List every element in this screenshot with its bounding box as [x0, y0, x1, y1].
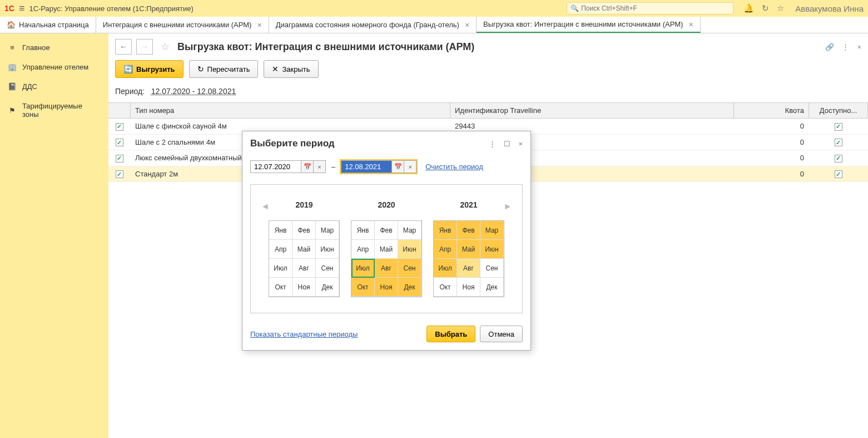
month-cell[interactable]: Апр — [269, 240, 292, 259]
sidebar-item[interactable]: 📓ДДС — [0, 77, 108, 96]
month-cell[interactable]: Сен — [398, 259, 421, 278]
month-cell[interactable]: Апр — [351, 240, 375, 259]
prev-year-icon[interactable]: ◄ — [261, 201, 270, 211]
month-cell[interactable]: Мар — [398, 221, 421, 240]
month-cell[interactable]: Фев — [375, 221, 398, 240]
month-cell[interactable]: Июн — [316, 240, 339, 259]
month-cell[interactable]: Янв — [434, 221, 457, 240]
more-icon[interactable]: ⋮ — [842, 43, 849, 51]
month-cell[interactable]: Июл — [351, 259, 375, 278]
search-icon: 🔍 — [571, 4, 579, 12]
cancel-button[interactable]: Отмена — [480, 326, 523, 342]
month-cell[interactable]: Ноя — [292, 278, 316, 297]
row-avail[interactable]: ✓ — [809, 135, 868, 150]
clear-period-link[interactable]: Очистить период — [425, 163, 483, 171]
tab-close-icon[interactable]: × — [688, 20, 693, 29]
date-from-input[interactable] — [251, 161, 301, 173]
period-value[interactable]: 12.07.2020 - 12.08.2021 — [151, 87, 236, 96]
col-avail[interactable]: Доступно... — [809, 103, 868, 118]
user-name[interactable]: Аввакумова Инна — [795, 4, 864, 13]
check-icon: ✓ — [116, 139, 123, 146]
month-cell[interactable]: Июн — [480, 240, 504, 259]
clear-icon[interactable]: × — [313, 161, 325, 173]
sidebar-item[interactable]: ⚑Тарифицируемые зоны — [0, 96, 108, 124]
tab[interactable]: Выгрузка квот: Интеграция с внешними ист… — [477, 17, 701, 33]
recalc-button[interactable]: ↻ Пересчитать — [189, 60, 259, 78]
date-from-box: 📅 × — [250, 160, 326, 173]
row-avail[interactable]: ✓ — [809, 150, 868, 166]
tab-close-icon[interactable]: × — [257, 21, 261, 29]
popup-close-icon[interactable]: × — [518, 140, 523, 148]
favorite-icon[interactable]: ☆ — [161, 41, 170, 53]
month-cell[interactable]: Дек — [316, 278, 339, 297]
row-avail[interactable]: ✓ — [809, 166, 868, 182]
month-cell[interactable]: Окт — [269, 278, 292, 297]
month-cell[interactable]: Дек — [480, 278, 504, 297]
tab[interactable]: Диаграмма состояния номерного фонда (Гра… — [269, 17, 477, 33]
row-check[interactable]: ✓ — [108, 119, 131, 134]
close-icon[interactable]: × — [857, 43, 861, 51]
export-button[interactable]: 🔄 Выгрузить — [115, 60, 183, 78]
row-quota: 0 — [734, 135, 809, 150]
month-cell[interactable]: Мар — [480, 221, 504, 240]
clear-icon[interactable]: × — [404, 161, 416, 173]
month-cell[interactable]: Окт — [434, 278, 457, 297]
month-cell[interactable]: Сен — [316, 259, 339, 278]
month-cell[interactable]: Апр — [434, 240, 457, 259]
col-id[interactable]: Идентификатор Travelline — [450, 103, 734, 118]
bell-icon[interactable]: 🔔 — [743, 3, 754, 13]
month-cell[interactable]: Май — [375, 240, 398, 259]
month-cell[interactable]: Июл — [269, 259, 292, 278]
month-cell[interactable]: Янв — [269, 221, 292, 240]
month-cell[interactable]: Июл — [434, 259, 457, 278]
tab[interactable]: Интеграция с внешними источниками (АРМ)× — [96, 17, 269, 33]
month-cell[interactable]: Янв — [351, 221, 375, 240]
calendar-icon[interactable]: 📅 — [301, 161, 313, 173]
month-cell[interactable]: Июн — [398, 240, 421, 259]
row-check[interactable]: ✓ — [108, 150, 131, 166]
month-cell[interactable]: Авг — [457, 259, 480, 278]
check-icon: ✓ — [116, 170, 123, 178]
tab-close-icon[interactable]: × — [465, 21, 469, 29]
tab-home[interactable]: 🏠Начальная страница — [0, 17, 96, 33]
month-cell[interactable]: Сен — [480, 259, 504, 278]
standard-periods-link[interactable]: Показать стандартные периоды — [250, 330, 358, 338]
col-type[interactable]: Тип номера — [131, 103, 450, 118]
link-icon[interactable]: 🔗 — [825, 43, 834, 51]
close-button[interactable]: ✕ Закрыть — [264, 60, 318, 78]
row-avail[interactable]: ✓ — [809, 119, 868, 134]
next-year-icon[interactable]: ► — [503, 201, 512, 211]
row-check[interactable]: ✓ — [108, 135, 131, 150]
check-icon: ✓ — [835, 155, 842, 163]
forward-button[interactable]: → — [136, 39, 153, 55]
search-field[interactable] — [581, 4, 730, 12]
period-line: Период: 12.07.2020 - 12.08.2021 — [108, 85, 868, 102]
month-cell[interactable]: Ноя — [457, 278, 480, 297]
star-icon[interactable]: ☆ — [777, 3, 784, 13]
month-cell[interactable]: Фев — [292, 221, 316, 240]
back-button[interactable]: ← — [115, 39, 132, 55]
month-cell[interactable]: Дек — [398, 278, 421, 297]
search-input[interactable]: 🔍 — [567, 2, 733, 14]
col-quota[interactable]: Квота — [734, 103, 809, 118]
sidebar-item[interactable]: 🏢Управление отелем — [0, 57, 108, 77]
popup-more-icon[interactable]: ⋮ — [489, 140, 496, 148]
month-cell[interactable]: Ноя — [375, 278, 398, 297]
month-cell[interactable]: Авг — [292, 259, 316, 278]
recalc-icon: ↻ — [197, 65, 204, 73]
month-cell[interactable]: Фев — [457, 221, 480, 240]
month-cell[interactable]: Окт — [351, 278, 375, 297]
history-icon[interactable]: ↻ — [762, 3, 769, 13]
month-cell[interactable]: Мар — [316, 221, 339, 240]
sidebar-item[interactable]: ≡Главное — [0, 38, 108, 57]
select-button[interactable]: Выбрать — [426, 326, 475, 342]
menu-icon[interactable]: ≡ — [19, 3, 25, 14]
calendar-icon[interactable]: 📅 — [391, 161, 404, 173]
month-cell[interactable]: Авг — [375, 259, 398, 278]
row-check[interactable]: ✓ — [108, 166, 131, 182]
popup-max-icon[interactable]: ☐ — [504, 140, 510, 148]
tab-label: Выгрузка квот: Интеграция с внешними ист… — [483, 20, 683, 28]
date-to-input[interactable] — [341, 161, 391, 173]
month-cell[interactable]: Май — [457, 240, 480, 259]
month-cell[interactable]: Май — [292, 240, 316, 259]
